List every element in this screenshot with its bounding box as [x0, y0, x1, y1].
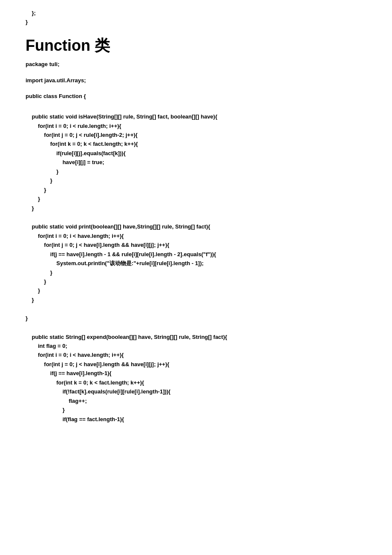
indent-closing-brace: }; — [26, 9, 366, 17]
import-declaration: import java.util.Arrays; — [26, 76, 366, 85]
outer-closing-brace: } — [26, 17, 366, 26]
method-expend-signature: public static String[] expend(boolean[][… — [26, 332, 366, 424]
top-closing-code: }; } — [26, 9, 366, 27]
class-declaration: public class Function { — [26, 92, 366, 101]
method-isHave-signature: public static void isHave(String[][] rul… — [26, 112, 366, 213]
section-title: Function 类 — [26, 36, 366, 55]
method-print-signature: public static void print(boolean[][] hav… — [26, 222, 366, 323]
package-declaration: package tuli; — [26, 60, 366, 69]
